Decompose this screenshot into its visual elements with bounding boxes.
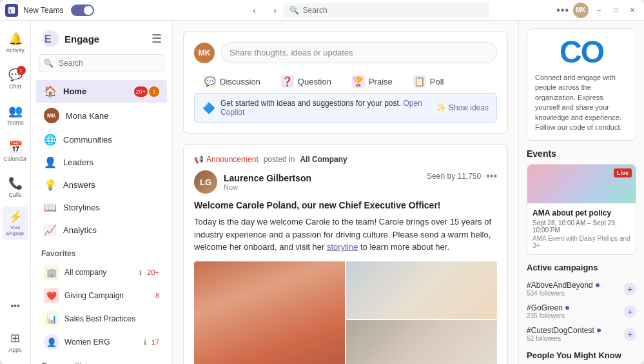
new-teams-toggle[interactable]: [71, 5, 94, 16]
answers-icon: 💡: [44, 179, 57, 191]
nav-item-activity[interactable]: 🔔 Activity: [3, 26, 28, 59]
post-images: [194, 261, 497, 365]
home-badges: 20+ 1: [134, 86, 159, 97]
nav-item-calls[interactable]: 📞 Calls: [3, 170, 28, 204]
post-author: LG Laurence Gilbertson Now: [194, 170, 311, 194]
more-options-button[interactable]: •••: [556, 5, 569, 16]
campaign-name-3: #CutestDogContest: [527, 326, 623, 335]
close-button[interactable]: ✕: [626, 4, 639, 17]
event-desc: AMA Event with Daisy Phillips and 3+: [532, 235, 630, 249]
fav-item-women-erg[interactable]: 👤 Women ERG ℹ 17: [36, 330, 167, 354]
discussion-icon: 💬: [203, 75, 216, 88]
sidebar-search-input[interactable]: [39, 54, 164, 72]
campaign-name-2: #GoGreen: [527, 303, 623, 312]
post-placeholder[interactable]: Share thoughts, ideas or updates: [221, 42, 497, 63]
all-company-icon: 🏢: [44, 265, 59, 280]
fav-item-all-company[interactable]: 🏢 All company ℹ 20+: [36, 261, 167, 284]
co-logo-text: CO: [535, 37, 628, 68]
sidebar-item-mona-kane[interactable]: MK Mona Kane •••: [36, 103, 167, 128]
campaign-3-follow-button[interactable]: +: [623, 328, 636, 341]
campaign-3-followers: 52 followers: [527, 335, 623, 342]
question-button[interactable]: ❓ Question: [272, 71, 340, 92]
sidebar-menu-icon[interactable]: ☰: [151, 32, 162, 46]
post-body: Today is the day we welcome Carole to th…: [194, 216, 497, 254]
post-box: MK Share thoughts, ideas or updates 💬 Di…: [183, 31, 508, 134]
nav-item-apps[interactable]: ⊞ Apps: [3, 325, 28, 359]
nav-item-chat[interactable]: 1 💬 Chat: [3, 62, 28, 96]
feed: MK Share thoughts, ideas or updates 💬 Di…: [173, 21, 518, 364]
seen-count: Seen by 11,750: [427, 172, 481, 181]
event-live-badge: Live: [614, 168, 632, 177]
campaign-name-1: #AboveAndBeyond: [527, 281, 623, 290]
show-ideas-label: Show ideas: [449, 103, 489, 112]
nav-item-calendar[interactable]: 📅 Calendar: [3, 134, 28, 168]
event-card[interactable]: Live AMA about pet policy Sept 28, 10:00…: [527, 164, 636, 255]
poll-button[interactable]: 📋 Poll: [404, 71, 453, 92]
campaign-2-follow-button[interactable]: +: [623, 305, 636, 318]
all-company-info-icon: ℹ: [139, 268, 142, 277]
post-user-avatar: MK: [194, 43, 215, 63]
minimize-button[interactable]: –: [592, 4, 605, 17]
storyline-link[interactable]: storyline: [327, 242, 358, 252]
sidebar-item-analytics[interactable]: 📈 Analytics: [36, 219, 167, 241]
sidebar-item-home[interactable]: 🏠 Home 20+ 1: [36, 80, 167, 103]
question-label: Question: [298, 77, 331, 86]
engage-logo: E Engage: [41, 30, 99, 48]
post-image-person: [194, 261, 345, 365]
titlebar-search-box[interactable]: 🔍: [283, 3, 489, 17]
sidebar-item-storylines[interactable]: 📖 Storylines: [36, 196, 167, 219]
campaign-above-and-beyond: #AboveAndBeyond 534 followers +: [527, 278, 636, 300]
fav-item-giving-campaign[interactable]: ❤️ Giving Campaign 8: [36, 284, 167, 307]
right-panel: CO Connect and engage with people across…: [518, 21, 644, 364]
apps-label: Apps: [8, 347, 22, 353]
app-window: T New Teams ‹ › 🔍 ••• MK – □ ✕: [0, 0, 644, 364]
home-icon: 🏠: [44, 85, 57, 97]
apps-icon: ⊞: [10, 331, 20, 345]
home-badge-count: 20+: [134, 86, 148, 97]
sidebar-search[interactable]: 🔍: [39, 54, 164, 72]
megaphone-icon: 📢: [194, 155, 204, 164]
praise-button[interactable]: 🏆 Praise: [343, 71, 402, 92]
titlebar-nav: ‹ ›: [247, 3, 283, 18]
co-banner: CO Connect and engage with people across…: [527, 28, 636, 141]
women-erg-icon: 👤: [44, 334, 59, 350]
storylines-label: Storylines: [63, 203, 159, 212]
campaign-1-follow-button[interactable]: +: [623, 283, 636, 296]
chat-badge: 1: [17, 66, 26, 75]
post-image-dog: [346, 320, 497, 365]
campaigns-title: Active campaigns: [527, 263, 636, 272]
campaign-2-followers: 235 followers: [527, 312, 623, 319]
nav-back-button[interactable]: ‹: [247, 3, 262, 18]
co-description: Connect and engage with people across th…: [535, 73, 628, 132]
teams-app-icon: T: [5, 4, 18, 17]
titlebar-search-input[interactable]: [303, 6, 483, 15]
titlebar: T New Teams ‹ › 🔍 ••• MK – □ ✕: [0, 0, 644, 21]
fav-item-sales-best-practices[interactable]: 📊 Sales Best Practices: [36, 307, 167, 330]
campaign-3-name: #CutestDogContest: [527, 326, 594, 335]
discussion-button[interactable]: 💬 Discussion: [194, 71, 269, 92]
user-avatar[interactable]: MK: [573, 3, 589, 18]
viva-engage-icon: ⚡: [8, 210, 23, 224]
post-community[interactable]: All Company: [300, 155, 347, 164]
sidebar-item-leaders[interactable]: 👤 Leaders: [36, 151, 167, 174]
sidebar-item-answers[interactable]: 💡 Answers: [36, 174, 167, 196]
nav-forward-button[interactable]: ›: [268, 3, 283, 18]
nav-item-more[interactable]: •••: [3, 289, 28, 323]
nav-item-viva-engage[interactable]: ⚡ VivaEngage: [3, 207, 28, 240]
announcement-label: Announcement: [206, 155, 259, 164]
post-more-icon[interactable]: •••: [486, 170, 497, 182]
sales-best-practices-label: Sales Best Practices: [64, 314, 159, 323]
show-ideas-button[interactable]: ✨ Show ideas: [436, 103, 489, 112]
nav-item-teams[interactable]: 👥 Teams: [3, 98, 28, 132]
titlebar-search-icon: 🔍: [289, 6, 299, 15]
answers-label: Answers: [63, 180, 159, 190]
maximize-button[interactable]: □: [609, 4, 622, 17]
sparkle-icon: ✨: [436, 103, 446, 112]
main-area: 🔔 Activity 1 💬 Chat 👥 Teams 📅 Calendar 📞…: [0, 21, 644, 364]
sidebar-item-communities[interactable]: 🌐 Communities: [36, 128, 167, 151]
post-author-row: LG Laurence Gilbertson Now Seen by 11,75…: [194, 170, 497, 194]
content-area: MK Share thoughts, ideas or updates 💬 Di…: [173, 21, 644, 364]
chat-label: Chat: [9, 83, 21, 90]
favorites-section-title: Favorites: [31, 241, 172, 261]
analytics-icon: 📈: [44, 224, 57, 236]
